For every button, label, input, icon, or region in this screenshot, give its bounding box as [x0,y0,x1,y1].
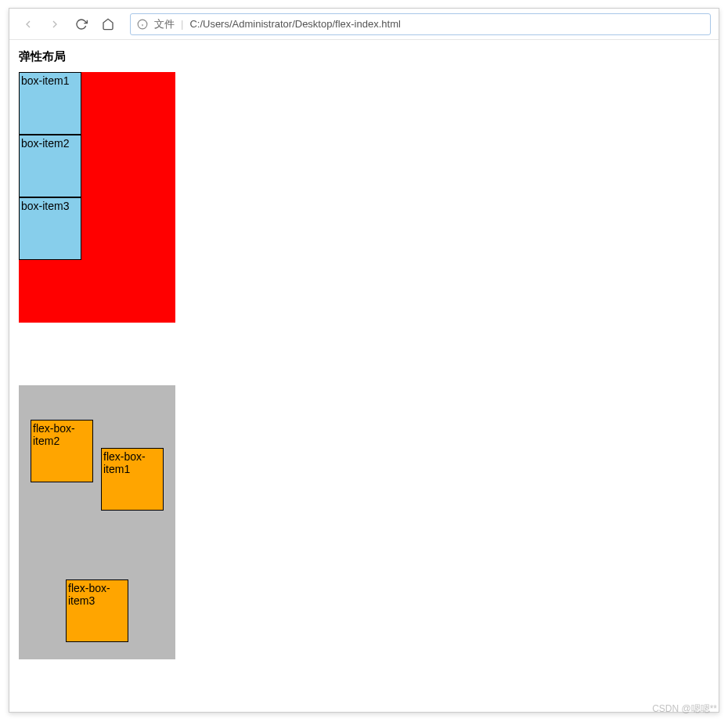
box-item: box-item2 [19,135,81,197]
refresh-button[interactable] [70,13,92,35]
home-button[interactable] [97,13,119,35]
flex-box-item: flex-box-item2 [31,420,93,482]
address-bar[interactable]: 文件 | C:/Users/Administrator/Desktop/flex… [130,13,711,35]
page-content: 弹性布局 box-item1 box-item2 box-item3 flex-… [9,40,719,712]
browser-window: 文件 | C:/Users/Administrator/Desktop/flex… [9,8,719,713]
forward-button[interactable] [44,13,66,35]
watermark: CSDN @嗯嗯** [652,702,717,716]
flex-box-item: flex-box-item1 [101,448,164,511]
browser-toolbar: 文件 | C:/Users/Administrator/Desktop/flex… [9,9,719,40]
page-title: 弹性布局 [19,49,709,64]
back-button[interactable] [17,13,39,35]
flex-box-item: flex-box-item3 [66,579,128,642]
box-container: box-item1 box-item2 box-item3 [19,72,175,323]
info-icon [137,19,148,30]
file-label: 文件 [154,17,175,31]
url-text: C:/Users/Administrator/Desktop/flex-inde… [189,18,400,30]
box-item: box-item3 [19,197,81,260]
address-divider: | [181,18,183,30]
flex-box-container: flex-box-item2 flex-box-item1 flex-box-i… [19,385,175,659]
box-item: box-item1 [19,72,81,135]
